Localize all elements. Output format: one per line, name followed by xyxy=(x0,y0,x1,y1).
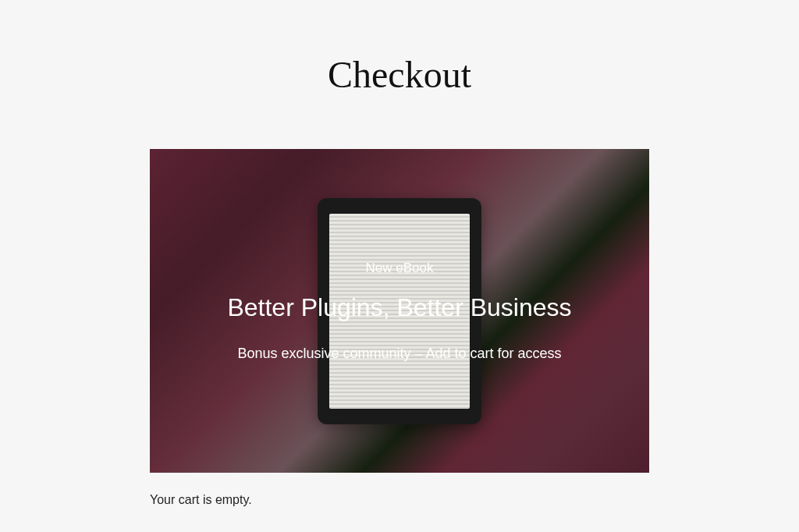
page-title: Checkout xyxy=(0,53,799,96)
promo-banner: New eBook Better Plugins, Better Busines… xyxy=(150,149,649,473)
page-container: Checkout New eBook Better Plugins, Bette… xyxy=(0,0,799,507)
cart-empty-message: Your cart is empty. xyxy=(150,493,649,507)
banner-content: New eBook Better Plugins, Better Busines… xyxy=(227,261,571,362)
banner-headline: Better Plugins, Better Business xyxy=(227,293,571,322)
banner-eyebrow: New eBook xyxy=(227,261,571,276)
banner-subtext: Bonus exclusive community – Add to cart … xyxy=(227,346,571,362)
